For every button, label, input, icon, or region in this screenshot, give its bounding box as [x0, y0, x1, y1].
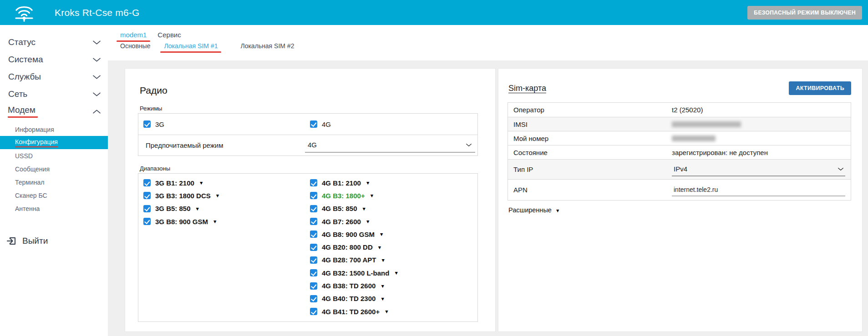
band-row[interactable]: 4G B8: 900 GSM▼ [305, 228, 477, 241]
band-row[interactable]: 4G B1: 2100▼ [305, 176, 477, 189]
caret-down-icon[interactable]: ▼ [362, 206, 366, 211]
chevron-down-icon [466, 143, 472, 147]
caret-down-icon[interactable]: ▼ [384, 309, 389, 314]
band-checkbox[interactable] [310, 218, 317, 225]
caret-down-icon[interactable]: ▼ [377, 245, 382, 250]
caret-down-icon[interactable]: ▼ [365, 180, 370, 186]
select-value: IPv4 [672, 165, 687, 173]
caret-down-icon[interactable]: ▼ [370, 193, 374, 198]
modes-box: 3G4G Предпочитаемый режим 4G [138, 113, 478, 156]
caret-down-icon[interactable]: ▼ [195, 206, 200, 211]
advanced-toggle[interactable]: Расширенные ▼ [508, 206, 851, 214]
band-checkbox[interactable] [310, 179, 317, 186]
band-row[interactable]: 3G B8: 900 GSM▼ [138, 215, 305, 228]
chevron-down-icon [93, 57, 101, 62]
logout-button[interactable]: Выйти [0, 236, 108, 246]
mode-label: 3G [155, 120, 164, 128]
sidebar-subitem-terminal[interactable]: Терминал [0, 176, 108, 189]
band-checkbox[interactable] [310, 282, 317, 290]
ip-type-select[interactable]: IPv4 [672, 163, 845, 176]
band-checkbox[interactable] [310, 308, 317, 315]
modes-row: 3G4G [138, 114, 477, 135]
sim-card-header: Sim-карта АКТИВИРОВАТЬ [508, 81, 851, 95]
band-row[interactable]: 4G B5: 850▼ [305, 202, 477, 215]
band-checkbox[interactable] [310, 192, 317, 199]
band-checkbox[interactable] [310, 231, 317, 238]
activate-button[interactable]: АКТИВИРОВАТЬ [789, 81, 851, 95]
band-checkbox[interactable] [143, 218, 151, 225]
sim-row-ip-type: Тип IPIPv4 [508, 159, 851, 179]
sidebar-subitem-messages[interactable]: Сообщения [0, 162, 108, 176]
subtab-general[interactable]: Основные [120, 42, 150, 50]
band-row[interactable]: 4G B3: 1800+▼ [305, 189, 477, 202]
band-row[interactable]: 3G B1: 2100▼ [138, 176, 305, 189]
sidebar-subitem-configuration[interactable]: Конфигурация [0, 136, 108, 149]
band-checkbox[interactable] [143, 205, 151, 212]
mode-checkbox-4g[interactable] [310, 120, 317, 128]
band-checkbox[interactable] [310, 256, 317, 264]
caret-down-icon[interactable]: ▼ [365, 219, 370, 224]
band-checkbox[interactable] [143, 192, 151, 199]
subtab-local-sim1[interactable]: Локальная SIM #1 [164, 42, 218, 50]
bands-4g-column: 4G B1: 2100▼4G B3: 1800+▼4G B5: 850▼4G B… [305, 176, 477, 318]
band-checkbox[interactable] [310, 205, 317, 212]
secondary-tabs: ОсновныеЛокальная SIM #1Локальная SIM #2 [120, 40, 868, 50]
tab-modem1[interactable]: modem1 [120, 31, 147, 39]
apn-input[interactable]: internet.tele2.ru [672, 184, 845, 196]
band-row[interactable]: 3G B3: 1800 DCS▼ [138, 189, 305, 202]
sidebar-item-label: Статус [8, 37, 36, 47]
caret-down-icon[interactable]: ▼ [379, 231, 384, 237]
mode-checkbox-3g[interactable] [143, 120, 151, 128]
band-row[interactable]: 4G B28: 700 APT▼ [305, 254, 477, 266]
band-row[interactable]: 4G B7: 2600▼ [305, 215, 477, 228]
band-checkbox[interactable] [310, 269, 317, 276]
band-row[interactable]: 4G B20: 800 DD▼ [305, 241, 477, 253]
sidebar-item-label: Сеть [8, 89, 27, 99]
tab-service[interactable]: Сервис [157, 31, 181, 39]
band-label: 3G B5: 850 [155, 205, 191, 212]
caret-down-icon[interactable]: ▼ [381, 257, 386, 263]
caret-down-icon[interactable]: ▼ [199, 180, 203, 186]
field-label: Мой номер [508, 135, 672, 142]
band-row[interactable]: 4G B41: TD 2600+▼ [305, 305, 477, 318]
preferred-mode-row: Предпочитаемый режим 4G [138, 135, 477, 155]
caret-down-icon[interactable]: ▼ [213, 219, 217, 224]
band-row[interactable]: 4G B38: TD 2600▼ [305, 279, 477, 292]
preferred-mode-select[interactable]: 4G [305, 138, 475, 153]
sim-card: Sim-карта АКТИВИРОВАТЬ Операторt2 (25020… [498, 68, 863, 332]
subtab-local-sim2[interactable]: Локальная SIM #2 [240, 42, 294, 50]
sidebar-subitem-ussd[interactable]: USSD [0, 149, 108, 162]
caret-down-icon[interactable]: ▼ [380, 283, 385, 289]
sidebar-subitem-bs-scanner[interactable]: Сканер БС [0, 189, 108, 202]
sidebar-item-services[interactable]: Службы [0, 68, 108, 85]
sidebar-item-status[interactable]: Статус [0, 34, 108, 51]
sidebar-subitem-antenna[interactable]: Антенна [0, 202, 108, 215]
band-label: 4G B41: TD 2600+ [322, 308, 380, 316]
mode-3g: 3G [138, 120, 305, 128]
caret-down-icon[interactable]: ▼ [215, 193, 220, 198]
router-admin-app: Kroks Rt-Cse m6-G БЕЗОПАСНЫЙ РЕЖИМ ВЫКЛЮ… [0, 0, 868, 336]
band-checkbox[interactable] [143, 179, 151, 186]
sidebar-item-network[interactable]: Сеть [0, 85, 108, 103]
sim-row-status: Состояниезарегистрирован: не доступен [508, 145, 851, 159]
sidebar-subitem-label: Антенна [15, 205, 40, 212]
band-row[interactable]: 4G B40: TD 2300▼ [305, 292, 477, 305]
mode-label: 4G [322, 120, 331, 128]
safe-mode-button[interactable]: БЕЗОПАСНЫЙ РЕЖИМ ВЫКЛЮЧЕН [747, 6, 862, 20]
field-value-area: зарегистрирован: не доступен [672, 149, 851, 156]
band-row[interactable]: 3G B5: 850▼ [138, 202, 305, 215]
sidebar-item-system[interactable]: Система [0, 51, 108, 68]
sidebar-subitem-label: USSD [15, 152, 33, 160]
wifi-logo-icon-svg [14, 3, 35, 22]
sidebar-item-label: Модем [8, 105, 38, 118]
primary-tabs: modem1Сервис [120, 25, 868, 40]
sidebar-subitem-information[interactable]: Информация [0, 123, 108, 136]
sidebar-menu: СтатусСистемаСлужбыСетьМодем [0, 25, 108, 120]
band-checkbox[interactable] [310, 295, 317, 302]
band-row[interactable]: 4G B32: 1500 L-band▼ [305, 266, 477, 279]
band-checkbox[interactable] [310, 244, 317, 251]
sidebar-item-modem[interactable]: Модем [0, 103, 108, 120]
caret-down-icon[interactable]: ▼ [380, 296, 385, 301]
caret-down-icon[interactable]: ▼ [394, 270, 398, 276]
sim-row-operator: Операторt2 (25020) [508, 103, 851, 117]
